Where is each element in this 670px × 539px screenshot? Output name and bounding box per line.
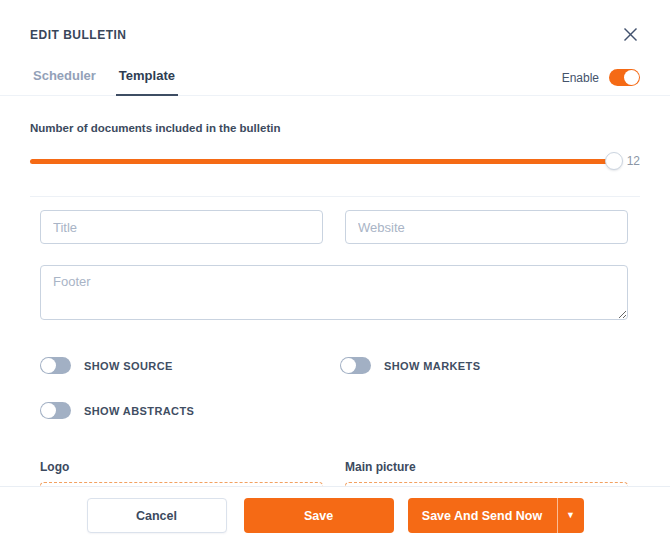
show-source-row: SHOW SOURCE xyxy=(40,357,340,374)
enable-label: Enable xyxy=(562,71,599,85)
documents-slider-label: Number of documents included in the bull… xyxy=(30,122,640,134)
documents-slider[interactable] xyxy=(30,159,622,164)
show-markets-row: SHOW MARKETS xyxy=(340,357,640,374)
modal-footer: Cancel Save Save And Send Now ▼ xyxy=(0,486,670,539)
show-abstracts-label: SHOW ABSTRACTS xyxy=(84,405,194,417)
close-icon xyxy=(623,30,638,45)
save-and-send-now-button[interactable]: Save And Send Now xyxy=(408,498,557,533)
tab-bar: Scheduler Template Enable xyxy=(0,68,670,96)
modal-title: EDIT BULLETIN xyxy=(30,25,127,42)
slider-thumb[interactable] xyxy=(605,152,623,170)
options-toggles: SHOW SOURCE SHOW MARKETS SHOW ABSTRACTS xyxy=(40,357,640,419)
cancel-button[interactable]: Cancel xyxy=(87,498,227,533)
website-input[interactable] xyxy=(345,210,628,244)
section-divider xyxy=(30,196,640,197)
show-abstracts-toggle[interactable] xyxy=(40,402,71,419)
tab-scheduler[interactable]: Scheduler xyxy=(30,68,99,96)
enable-toggle[interactable] xyxy=(609,69,640,86)
logo-label: Logo xyxy=(40,460,323,474)
title-website-row xyxy=(40,210,628,244)
footer-textarea[interactable] xyxy=(40,265,628,320)
footer-row xyxy=(40,265,628,324)
main-picture-label: Main picture xyxy=(345,460,628,474)
show-source-label: SHOW SOURCE xyxy=(84,360,173,372)
tab-template[interactable]: Template xyxy=(116,68,178,96)
save-button[interactable]: Save xyxy=(244,498,394,533)
enable-group: Enable xyxy=(562,69,640,95)
modal-content: Number of documents included in the bull… xyxy=(0,122,670,534)
toggle-knob xyxy=(41,403,56,418)
edit-bulletin-modal: EDIT BULLETIN Scheduler Template Enable … xyxy=(0,0,670,539)
modal-header: EDIT BULLETIN xyxy=(0,0,670,44)
documents-slider-row: 12 xyxy=(30,154,640,168)
save-and-send-split-button: Save And Send Now ▼ xyxy=(408,498,584,533)
toggle-knob xyxy=(341,358,356,373)
slider-value: 12 xyxy=(627,154,640,168)
show-markets-label: SHOW MARKETS xyxy=(384,360,480,372)
show-source-toggle[interactable] xyxy=(40,357,71,374)
close-button[interactable] xyxy=(621,25,640,44)
show-abstracts-row: SHOW ABSTRACTS xyxy=(40,402,340,419)
toggle-knob xyxy=(41,358,56,373)
toggle-knob xyxy=(624,70,639,85)
show-markets-toggle[interactable] xyxy=(340,357,371,374)
chevron-down-icon: ▼ xyxy=(566,510,575,520)
title-input[interactable] xyxy=(40,210,323,244)
save-options-dropdown-button[interactable]: ▼ xyxy=(557,498,584,533)
